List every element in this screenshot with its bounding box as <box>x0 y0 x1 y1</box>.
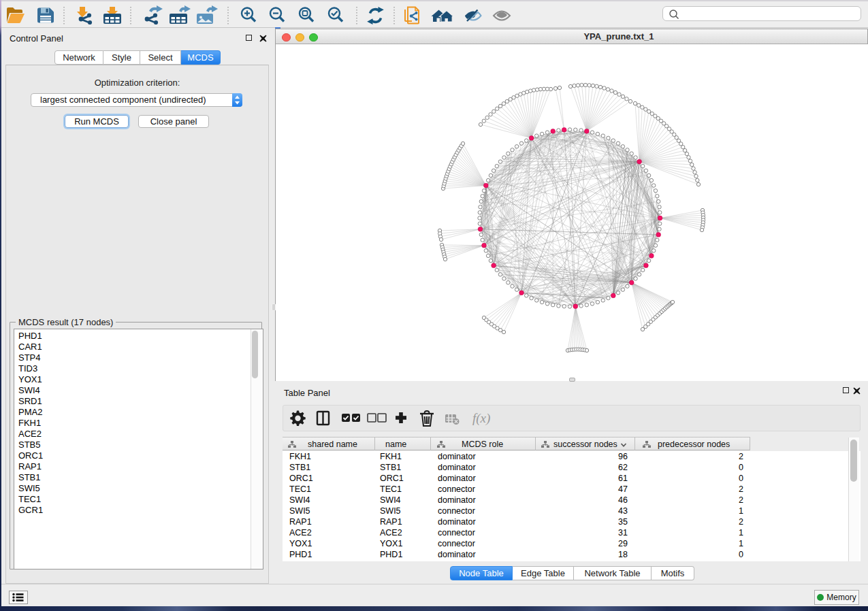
svg-text:f(x): f(x) <box>472 411 490 426</box>
svg-text:successor nodes: successor nodes <box>553 440 617 449</box>
svg-text:predecessor nodes: predecessor nodes <box>658 440 730 449</box>
svg-text:shared name: shared name <box>308 440 357 449</box>
svg-text:MCDS role: MCDS role <box>462 440 503 449</box>
svg-text:name: name <box>385 440 406 449</box>
